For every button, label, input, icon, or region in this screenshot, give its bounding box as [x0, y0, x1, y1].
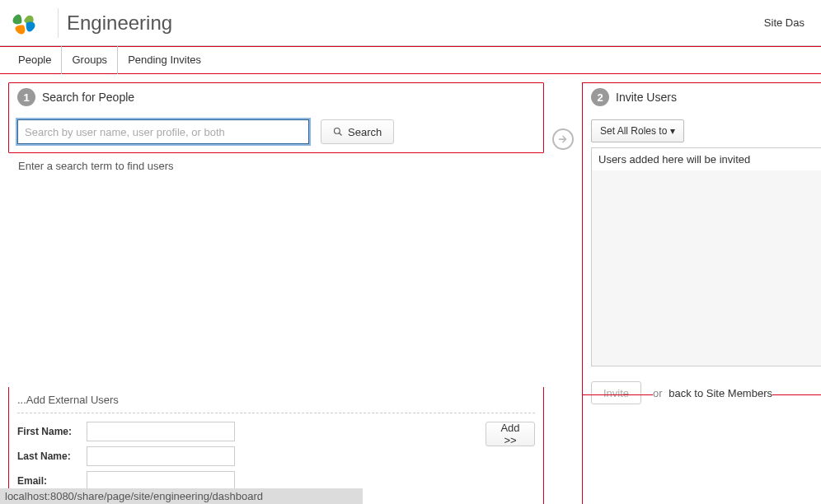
app-logo[interactable]: [8, 7, 40, 39]
invite-list-placeholder: Users added here will be invited: [592, 148, 821, 170]
search-button[interactable]: Search: [321, 119, 394, 144]
site-dashboard-link[interactable]: Site Das: [764, 16, 805, 29]
add-external-users-panel: ...Add External Users First Name: Last N…: [8, 387, 544, 504]
search-icon: [333, 127, 343, 137]
search-people-panel: 1 Search for People Search: [8, 82, 544, 153]
search-hint: Enter a search term to find users: [8, 153, 544, 179]
svg-point-0: [335, 128, 340, 134]
status-bar: localhost:8080/share/page/site/engineeri…: [0, 488, 363, 504]
invite-button[interactable]: Invite: [591, 381, 641, 404]
set-all-roles-dropdown[interactable]: Set All Roles to ▾: [591, 119, 684, 142]
header-divider: [58, 8, 59, 38]
members-toolbar: People Groups Pending Invites: [0, 46, 821, 74]
last-name-label: Last Name:: [17, 450, 87, 462]
external-legend: ...Add External Users: [17, 394, 535, 409]
add-external-button[interactable]: Add >>: [486, 422, 535, 446]
search-panel-title: Search for People: [42, 91, 134, 104]
invite-users-panel: 2 Invite Users Set All Roles to ▾ Users …: [582, 82, 821, 504]
svg-line-1: [340, 133, 342, 136]
search-results-area: [8, 179, 544, 380]
step-2-badge: 2: [591, 88, 609, 106]
site-title: Engineering: [67, 12, 764, 35]
first-name-label: First Name:: [17, 426, 87, 437]
tab-people[interactable]: People: [8, 46, 62, 74]
last-name-field[interactable]: [87, 446, 235, 466]
search-button-label: Search: [348, 126, 382, 138]
invite-list: Users added here will be invited: [591, 147, 821, 366]
or-text: or: [653, 387, 663, 399]
step-1-badge: 1: [17, 88, 35, 106]
email-label: Email:: [17, 475, 87, 487]
search-people-input[interactable]: [17, 119, 309, 144]
tab-groups[interactable]: Groups: [62, 46, 118, 74]
first-name-field[interactable]: [87, 422, 235, 441]
tab-pending-invites[interactable]: Pending Invites: [118, 46, 211, 74]
invite-panel-title: Invite Users: [616, 91, 677, 104]
back-to-site-members-link[interactable]: back to Site Members: [669, 387, 772, 399]
arrow-right-icon: [552, 128, 574, 150]
